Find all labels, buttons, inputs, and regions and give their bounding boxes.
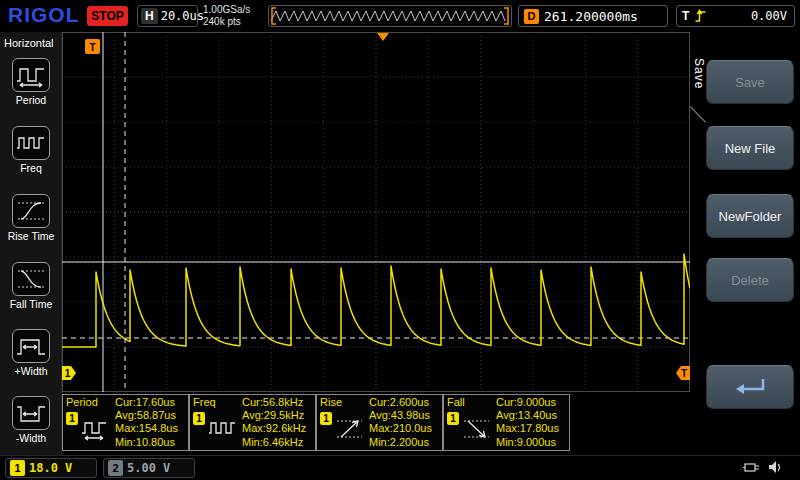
- period-icon-plate: [12, 58, 50, 92]
- menu-tab-save: Save: [692, 58, 706, 89]
- run-state-badge[interactable]: STOP: [87, 6, 128, 26]
- menu-item-label: Fall Time: [0, 298, 62, 310]
- freq-icon-plate: [12, 126, 50, 160]
- measurement-max: Max:17.80us: [496, 422, 559, 435]
- delay-badge: D: [524, 9, 539, 24]
- measurement-values: Cur:2.600us Avg:43.98us Max:210.0us Min:…: [369, 396, 432, 449]
- fall-time-icon: [16, 266, 46, 292]
- channel-2-status[interactable]: 2 5.00 V: [103, 458, 195, 478]
- return-button[interactable]: [706, 365, 794, 409]
- measurement-avg: Avg:29.5kHz: [242, 409, 306, 422]
- freq-meas-icon: [208, 416, 238, 442]
- new-file-button[interactable]: New File: [706, 126, 794, 170]
- oscilloscope-screen: RIGOL STOP H 20.0us 1.00GSa/s 240k pts D…: [0, 0, 800, 480]
- trigger-level-marker[interactable]: T: [676, 366, 690, 380]
- fall-time-icon-plate: [12, 262, 50, 296]
- measurement-panel-period[interactable]: Period Cur:17.60us Avg:58.87us Max:154.8…: [62, 394, 189, 451]
- menu-item-freq[interactable]: Freq: [0, 126, 62, 174]
- measurement-min: Min:6.46kHz: [242, 436, 306, 449]
- svg-text:1: 1: [65, 368, 71, 379]
- measurement-panel-rise[interactable]: Rise Cur:2.600us Avg:43.98us Max:210.0us…: [316, 394, 443, 451]
- return-arrow-icon: [729, 376, 771, 398]
- sample-rate: 1.00GSa/s: [203, 4, 250, 16]
- trigger-label: T: [682, 9, 689, 23]
- menu-item-minus-width[interactable]: -Width: [0, 396, 62, 444]
- rise-meas-icon: [335, 416, 365, 442]
- channel-1-status[interactable]: 1 18.0 V: [5, 458, 97, 478]
- trigger-edge-icon: [694, 8, 707, 24]
- measurement-cur: Cur:2.600us: [369, 396, 432, 409]
- measurement-source: 1: [193, 412, 238, 442]
- new-folder-button[interactable]: NewFolder: [706, 194, 794, 238]
- menu-item-rise-time[interactable]: Rise Time: [0, 194, 62, 242]
- measurement-min: Min:10.80us: [115, 436, 178, 449]
- measurement-name: Fall: [447, 396, 465, 409]
- channel-2-scale: 5.00 V: [127, 461, 170, 475]
- measurement-cur: Cur:56.8kHz: [242, 396, 306, 409]
- measurement-cur: Cur:17.60us: [115, 396, 178, 409]
- usb-icon: [742, 460, 762, 475]
- horizontal-timebase-box[interactable]: H 20.0us: [137, 5, 198, 27]
- measurement-name: Period: [66, 396, 98, 409]
- timebase-value: 20.0us: [161, 9, 204, 23]
- menu-item-label: Freq: [0, 162, 62, 174]
- waveform-memory-preview[interactable]: [268, 5, 512, 27]
- period-icon: [16, 62, 46, 88]
- menu-item-fall-time[interactable]: Fall Time: [0, 262, 62, 310]
- delete-button[interactable]: Delete: [706, 258, 794, 302]
- menu-item-label: Rise Time: [0, 230, 62, 242]
- channel-badge: 1: [193, 412, 205, 425]
- measurement-min: Min:2.200us: [369, 436, 432, 449]
- menu-item-label: Period: [0, 94, 62, 106]
- measurement-cur: Cur:9.000us: [496, 396, 559, 409]
- ch1-ground-marker[interactable]: 1: [62, 366, 76, 380]
- speaker-icon[interactable]: [768, 460, 784, 475]
- rigol-logo: RIGOL: [8, 3, 80, 27]
- minus-width-icon: [16, 400, 46, 426]
- measurement-name: Rise: [320, 396, 342, 409]
- preview-waveform: [271, 11, 505, 21]
- menu-item-plus-width[interactable]: +Width: [0, 329, 62, 377]
- measurement-values: Cur:56.8kHz Avg:29.5kHz Max:92.6kHz Min:…: [242, 396, 306, 449]
- channel-1-scale: 18.0 V: [29, 461, 72, 475]
- fall-meas-icon: [462, 416, 492, 442]
- measurement-max: Max:210.0us: [369, 422, 432, 435]
- trigger-level-value: 0.00V: [751, 9, 787, 23]
- measurement-source: 1: [320, 412, 365, 442]
- menu-title: Horizontal: [4, 37, 54, 49]
- measurement-values: Cur:9.000us Avg:13.40us Max:17.80us Min:…: [496, 396, 559, 449]
- measurement-source: 1: [447, 412, 492, 442]
- save-button[interactable]: Save: [706, 60, 794, 104]
- trigger-delay-marker[interactable]: T: [85, 39, 100, 54]
- svg-text:T: T: [89, 42, 95, 53]
- trigger-position-marker[interactable]: [377, 33, 389, 41]
- menu-item-label: -Width: [0, 432, 62, 444]
- h-label: H: [141, 8, 158, 24]
- menu-item-period[interactable]: Period: [0, 58, 62, 106]
- tab-notch: [690, 106, 706, 122]
- plus-width-icon-plate: [12, 329, 50, 363]
- channel-badge: 1: [66, 412, 78, 425]
- measurement-panel-fall[interactable]: Fall Cur:9.000us Avg:13.40us Max:17.80us…: [443, 394, 570, 451]
- rise-time-icon-plate: [12, 194, 50, 228]
- trigger-delay-box[interactable]: D 261.200000ms: [518, 5, 668, 27]
- status-bar: RIGOL STOP H 20.0us 1.00GSa/s 240k pts D…: [0, 0, 800, 32]
- measurement-values: Cur:17.60us Avg:58.87us Max:154.8us Min:…: [115, 396, 178, 449]
- trigger-info-box[interactable]: T 0.00V: [676, 5, 795, 27]
- minus-width-icon-plate: [12, 396, 50, 430]
- channel-badge: 1: [320, 412, 332, 425]
- measurement-avg: Avg:58.87us: [115, 409, 178, 422]
- delay-value: 261.200000ms: [544, 9, 638, 24]
- measurement-source: 1: [66, 412, 111, 442]
- channel-badge: 1: [447, 412, 459, 425]
- period-meas-icon: [81, 416, 111, 442]
- scope-display: T 1 T: [62, 32, 690, 392]
- measurement-max: Max:154.8us: [115, 422, 178, 435]
- menu-item-label: +Width: [0, 365, 62, 377]
- measurement-panel-freq[interactable]: Freq Cur:56.8kHz Avg:29.5kHz Max:92.6kHz…: [189, 394, 316, 451]
- memory-depth: 240k pts: [203, 16, 250, 28]
- horizontal-measure-menu: Horizontal Period Freq: [0, 32, 62, 455]
- save-menu: Save Save New File NewFolder Delete: [690, 32, 800, 455]
- measurement-min: Min:9.000us: [496, 436, 559, 449]
- measurement-max: Max:92.6kHz: [242, 422, 306, 435]
